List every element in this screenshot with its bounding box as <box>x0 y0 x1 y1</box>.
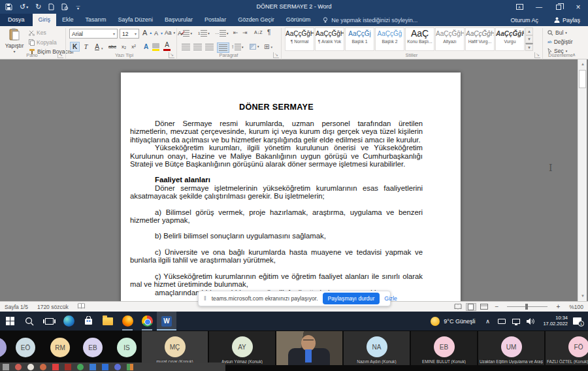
cut-button[interactable]: Kes <box>29 30 46 36</box>
proofing-icon[interactable] <box>73 303 90 310</box>
tab-dosya[interactable]: Dosya <box>0 14 33 26</box>
print-layout-icon[interactable] <box>466 303 476 311</box>
find-button[interactable]: Bul▾ <box>547 30 567 36</box>
dock-icon[interactable] <box>27 364 34 370</box>
collapse-ribbon-icon[interactable]: ∧ <box>572 52 576 57</box>
style-baslik-1[interactable]: AaÇçĞį Başlık 1 <box>345 27 374 51</box>
participant-tile[interactable]: EB EMİNE BULUT (Konuk) <box>411 331 477 365</box>
ribbon-display-options-icon[interactable]: ∧ <box>510 0 529 14</box>
gallery-down-icon[interactable]: ▼ <box>525 35 533 43</box>
tellme-box[interactable]: Ne yapmak istediğinizi söyleyin... <box>316 14 424 26</box>
web-layout-icon[interactable] <box>479 303 489 311</box>
dock-icon-share-indicator[interactable] <box>127 364 133 370</box>
restore-button[interactable] <box>549 0 568 14</box>
tab-basvurular[interactable]: Başvurular <box>159 14 199 26</box>
subscript-button[interactable]: x₂ <box>119 42 129 52</box>
text-effects-button[interactable]: A <box>141 42 151 52</box>
close-button[interactable]: × <box>568 0 588 14</box>
zoom-slider[interactable] <box>507 306 547 307</box>
shrink-font-button[interactable]: A▼ <box>154 31 163 37</box>
gallery-expand-icon[interactable]: ▼ <box>525 43 533 51</box>
participant-tile[interactable]: FÖ FAZLI ÖZTEL (Konuk) <box>546 331 588 365</box>
tab-ekle[interactable]: Ekle <box>56 14 80 26</box>
participant-tile[interactable]: UM Uzaktan Eğitim Uygulama ve Araştır... <box>478 331 544 365</box>
pano-dialog-launcher-icon[interactable]: ↘ <box>57 52 63 58</box>
zoom-in-button[interactable]: + <box>551 303 564 310</box>
share-button[interactable]: Paylaş <box>546 17 588 24</box>
scroll-up-icon[interactable]: ▲ <box>578 59 587 69</box>
style-baslik-2[interactable]: AaÇçĞğ Başlık 2 <box>375 27 404 51</box>
style-aralik-yok[interactable]: AaÇçĞğHł ¶ Aralık Yok <box>315 27 344 51</box>
paragraph-dialog-launcher-icon[interactable]: ↘ <box>273 52 279 58</box>
participant-audio[interactable]: EÖ <box>16 338 35 357</box>
underline-arrow[interactable]: ▾ <box>101 46 103 50</box>
taskbar-clock[interactable]: 10:34 17.02.2022 <box>543 315 568 327</box>
tab-gorunum[interactable]: Görünüm <box>280 14 317 26</box>
style-vurgu[interactable]: AaÇçĞğH Vurgu <box>495 27 525 51</box>
word-count[interactable]: 1720 sözcük <box>33 304 73 310</box>
align-center-button[interactable] <box>193 44 202 50</box>
line-spacing-button[interactable]: ↕▾ <box>231 44 244 50</box>
font-color-button[interactable]: A <box>163 42 171 51</box>
participant-video-tile[interactable] <box>276 331 342 365</box>
participant-audio-partial[interactable] <box>0 338 7 357</box>
align-right-button[interactable] <box>205 44 214 50</box>
taskbar-firefox[interactable] <box>118 312 137 331</box>
highlight-color-button[interactable] <box>152 43 159 51</box>
dock-icon[interactable] <box>52 364 59 370</box>
dock-icon[interactable] <box>114 364 121 370</box>
bold-button[interactable]: K <box>70 42 80 52</box>
participant-tile[interactable]: NA Nazım Aydın (Konuk) <box>344 331 410 365</box>
hidden-icons-chevron[interactable]: ∧ <box>480 318 495 325</box>
scroll-down-icon[interactable]: ▼ <box>578 291 587 301</box>
font-size-combobox[interactable]: 12▾ <box>120 29 139 39</box>
change-case-button[interactable]: Aa▾ <box>165 30 175 36</box>
align-left-button[interactable] <box>182 44 190 50</box>
dock-icon[interactable] <box>15 364 22 370</box>
participant-audio[interactable]: RM <box>50 338 70 357</box>
tab-gozden-gecir[interactable]: Gözden Geçir <box>232 14 280 26</box>
keyboard-tray-icon[interactable] <box>495 319 509 324</box>
dock-icon[interactable] <box>90 364 96 370</box>
task-view-button[interactable] <box>39 312 59 331</box>
superscript-button[interactable]: x² <box>129 42 139 52</box>
increase-indent-button[interactable]: ⇥ <box>242 30 248 36</box>
font-family-combobox[interactable]: Arial▾ <box>69 29 118 39</box>
dock-icon[interactable] <box>77 364 84 370</box>
zoom-level[interactable]: %100 <box>564 304 588 310</box>
dock-icon[interactable] <box>3 364 9 370</box>
decrease-indent-button[interactable]: ⇤ <box>233 30 238 36</box>
italic-button[interactable]: T <box>81 42 91 52</box>
participant-tile[interactable]: MÇ murat çınar (Konuk) <box>142 331 208 365</box>
dock-icon[interactable] <box>102 364 108 370</box>
grow-font-button[interactable]: A▲ <box>142 29 152 37</box>
taskbar-edge[interactable] <box>59 312 78 331</box>
justify-button[interactable] <box>217 42 229 53</box>
taskbar-search-button[interactable] <box>20 312 39 331</box>
participant-tile[interactable]: AY Aysun Yılmaz (Konuk) <box>209 331 275 365</box>
numbering-button[interactable]: 1▾ <box>198 30 210 37</box>
copy-button[interactable]: Kopyala <box>29 39 57 46</box>
shading-button[interactable]: ▾ <box>250 44 259 50</box>
bullets-button[interactable]: •▾ <box>181 30 192 37</box>
show-paragraph-marks-button[interactable]: ¶ <box>267 29 270 36</box>
sign-in-button[interactable]: Oturum Aç <box>502 17 546 24</box>
network-tray-icon[interactable] <box>509 319 523 324</box>
multilevel-list-button[interactable]: ⋯▾ <box>215 30 229 37</box>
volume-tray-icon[interactable] <box>523 318 538 325</box>
replace-button[interactable]: ab Değiştir <box>547 39 573 45</box>
hide-banner-link[interactable]: Gizle <box>384 295 397 302</box>
tab-sayfa-duzeni[interactable]: Sayfa Düzeni <box>112 14 159 26</box>
stop-sharing-button[interactable]: Paylaşmayı durdur <box>323 293 380 304</box>
tab-giris[interactable]: Giriş <box>33 14 57 26</box>
sort-button[interactable]: A↓Z <box>254 30 262 35</box>
weather-sun-icon[interactable] <box>431 317 440 326</box>
vertical-scrollbar[interactable]: ▲ ▼ <box>578 59 587 301</box>
borders-button[interactable]: ⊞▾ <box>264 44 272 50</box>
participant-audio[interactable]: IS <box>117 338 137 357</box>
taskbar-store[interactable] <box>78 312 98 331</box>
style-konu-basligi[interactable]: AaÇ Konu Başlı... <box>405 27 434 51</box>
scrollbar-thumb[interactable] <box>579 70 586 88</box>
taskbar-chrome[interactable] <box>137 312 157 331</box>
tab-postalar[interactable]: Postalar <box>199 14 232 26</box>
